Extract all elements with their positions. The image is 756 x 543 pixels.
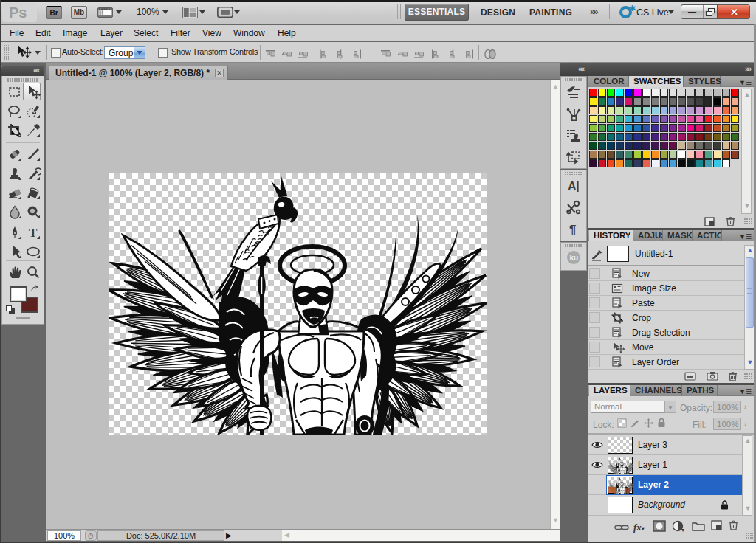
svg-text:T: T bbox=[29, 226, 38, 240]
svg-text:▾: ▾ bbox=[681, 527, 684, 533]
svg-text:ku: ku bbox=[570, 254, 579, 262]
svg-text:A: A bbox=[568, 180, 577, 193]
svg-text:¶: ¶ bbox=[569, 223, 576, 237]
